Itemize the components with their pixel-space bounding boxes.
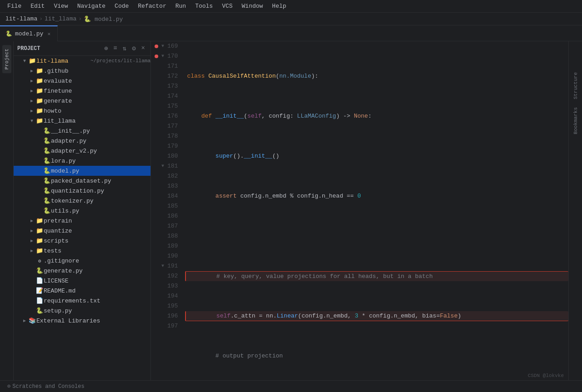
tree-label-tests: tests (44, 248, 151, 254)
tree-label-scripts: scripts (44, 238, 151, 244)
folder-icon-quantize: 📁 (35, 227, 44, 234)
sidebar-content: ▼ 📁 lit-llama ~/projects/lit-llama ▶ 📁 .… (14, 56, 151, 380)
tree-arrow-github: ▶ (28, 68, 35, 74)
code-line-174: # key, query, value projections for all … (185, 271, 568, 281)
code-line-170: def __init__(self, config: LLaMAConfig) … (185, 111, 568, 121)
folder-icon-evaluate: 📁 (35, 77, 44, 84)
tree-tests[interactable]: ▶ 📁 tests (14, 246, 151, 256)
menu-edit[interactable]: Edit (27, 2, 48, 10)
md-icon: 📝 (35, 287, 44, 294)
project-tab[interactable]: Project (2, 45, 11, 73)
tree-ext-libs[interactable]: ▶ 📚 External Libraries (14, 316, 151, 326)
tree-label-generate-py: generate.py (44, 268, 151, 274)
tree-label-tokenizer: tokenizer.py (51, 198, 151, 204)
sync-icon[interactable]: ⊕ (102, 44, 110, 53)
sidebar-tools: ⊕ ≡ ⇅ ⚙ × (102, 44, 147, 53)
tree-setup-py[interactable]: 🐍 setup.py (14, 306, 151, 316)
py-icon-lora: 🐍 (43, 157, 51, 164)
watermark: CSDN @lokvke (528, 373, 564, 378)
settings-icon[interactable]: ⚙ (130, 44, 137, 53)
tree-adapter-py[interactable]: 🐍 adapter.py (14, 136, 151, 146)
list-icon[interactable]: ≡ (111, 44, 119, 53)
structure-tab[interactable]: Structure (571, 69, 580, 103)
tree-scripts[interactable]: ▶ 📁 scripts (14, 236, 151, 246)
py-icon-packed: 🐍 (43, 177, 51, 184)
menu-view[interactable]: View (50, 2, 71, 10)
breakpoint-170[interactable] (155, 55, 158, 58)
tree-quantize[interactable]: ▶ 📁 quantize (14, 226, 151, 236)
txt-icon: 📄 (35, 297, 44, 304)
bookmarks-tab[interactable]: Bookmarks (571, 104, 580, 138)
lic-icon: 📄 (35, 277, 44, 284)
tree-utils-py[interactable]: 🐍 utils.py (14, 206, 151, 216)
breadcrumb-module[interactable]: lit_llama (45, 15, 76, 22)
breadcrumb-file[interactable]: 🐍 model.py (84, 15, 123, 23)
py-icon-model: 🐍 (43, 167, 51, 174)
tree-label-setup: setup.py (44, 308, 151, 314)
tree-pretrain[interactable]: ▶ 📁 pretrain (14, 216, 151, 226)
tree-init-py[interactable]: 🐍 __init__.py (14, 126, 151, 136)
menu-navigate[interactable]: Navigate (74, 2, 109, 10)
tree-tokenizer-py[interactable]: 🐍 tokenizer.py (14, 196, 151, 206)
menu-run[interactable]: Run (172, 2, 190, 10)
tree-label-pretrain: pretrain (44, 218, 151, 224)
tree-label-model: model.py (51, 168, 151, 174)
sidebar-header: Project ⊕ ≡ ⇅ ⚙ × (14, 41, 151, 56)
code-content: class CausalSelfAttention(nn.Module): de… (181, 41, 568, 380)
tree-path: ~/projects/lit-llama (90, 58, 151, 64)
tab-close-icon[interactable]: ✕ (46, 30, 52, 37)
code-view[interactable]: ▼ 169 ▼ 170 171 172 173 174 175 176 177 (151, 41, 568, 380)
menu-help[interactable]: Help (268, 2, 290, 10)
breadcrumb-project[interactable]: lit-llama (5, 15, 37, 22)
tree-license[interactable]: 📄 LICENSE (14, 276, 151, 286)
scratches-tab[interactable]: ⊙ Scratches and Consoles (4, 381, 88, 392)
tree-root[interactable]: ▼ 📁 lit-llama ~/projects/lit-llama (14, 56, 151, 66)
tree-quantization-py[interactable]: 🐍 quantization.py (14, 186, 151, 196)
tree-label-generate: generate (44, 98, 151, 104)
tree-packed-py[interactable]: 🐍 packed_dataset.py (14, 176, 151, 186)
tree-requirements[interactable]: 📄 requirements.txt (14, 296, 151, 306)
fold-169[interactable]: ▼ (160, 41, 166, 51)
tree-label-howto: howto (44, 108, 151, 114)
py-icon-adapter: 🐍 (43, 137, 51, 144)
tree-evaluate[interactable]: ▶ 📁 evaluate (14, 76, 151, 86)
tabs-bar: 🐍 model.py ✕ (0, 25, 582, 41)
menu-code[interactable]: Code (111, 2, 132, 10)
menu-vcs[interactable]: VCS (218, 2, 236, 10)
tree-label-quantization: quantization.py (51, 188, 151, 194)
code-line-175: self.c_attn = nn.Linear(config.n_embd, 3… (185, 311, 568, 321)
breadcrumb-sep2: › (78, 15, 82, 22)
tree-lora-py[interactable]: 🐍 lora.py (14, 156, 151, 166)
tree-model-py[interactable]: 🐍 model.py (14, 166, 151, 176)
py-icon-generate: 🐍 (35, 267, 44, 274)
tree-label-packed: packed_dataset.py (51, 178, 151, 184)
tree-finetune[interactable]: ▶ 📁 finetune (14, 86, 151, 96)
folder-icon-generate: 📁 (35, 97, 44, 104)
menu-window[interactable]: Window (238, 2, 267, 10)
folder-icon-scripts: 📁 (35, 237, 44, 244)
sort-icon[interactable]: ⇅ (121, 44, 128, 53)
menu-tools[interactable]: Tools (191, 2, 216, 10)
tree-howto[interactable]: ▶ 📁 howto (14, 106, 151, 116)
tree-lit-llama[interactable]: ▼ 📁 lit_llama (14, 116, 151, 126)
fold-191[interactable]: ▼ (160, 261, 166, 271)
tree-gitignore[interactable]: ⚙ .gitignore (14, 256, 151, 266)
tree-readme[interactable]: 📝 README.md (14, 286, 151, 296)
vert-tabs-right: Structure Bookmarks (568, 41, 582, 380)
menu-file[interactable]: File (4, 2, 25, 10)
folder-icon-howto: 📁 (35, 107, 44, 114)
menu-refactor[interactable]: Refactor (134, 2, 170, 10)
breadcrumb-bar: lit-llama › lit_llama › 🐍 model.py (0, 13, 582, 25)
fold-170[interactable]: ▼ (160, 51, 166, 61)
sidebar-title: Project (17, 45, 100, 52)
scratches-label: Scratches and Consoles (12, 383, 84, 390)
tree-adapter-v2-py[interactable]: 🐍 adapter_v2.py (14, 146, 151, 156)
tree-github[interactable]: ▶ 📁 .github (14, 66, 151, 76)
fold-181[interactable]: ▼ (160, 161, 166, 171)
breakpoint-169[interactable] (155, 45, 158, 48)
close-sidebar-icon[interactable]: × (140, 44, 147, 53)
tab-model-py[interactable]: 🐍 model.py ✕ (0, 25, 58, 41)
tree-label-gitignore: .gitignore (44, 258, 151, 264)
tree-generate-py[interactable]: 🐍 generate.py (14, 266, 151, 276)
tree-generate[interactable]: ▶ 📁 generate (14, 96, 151, 106)
